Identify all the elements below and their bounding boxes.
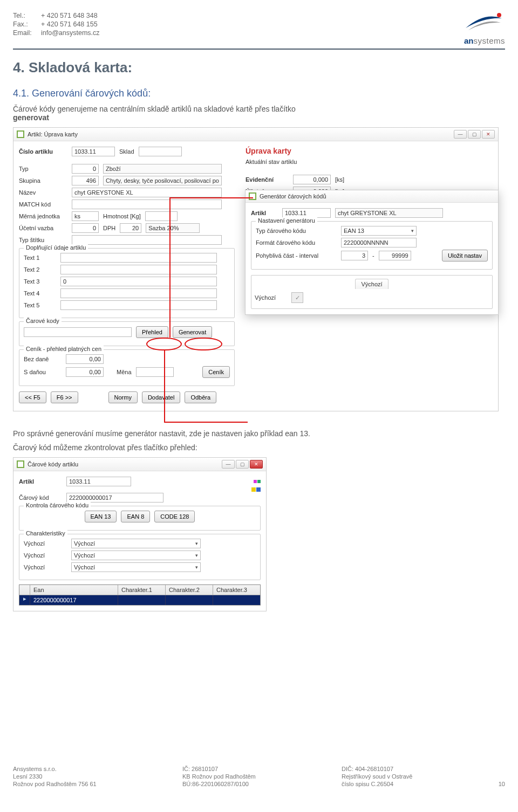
lbl-sdanou: S daňou xyxy=(24,369,62,375)
ean8-button[interactable]: EAN 8 xyxy=(121,511,150,522)
lbl-typ: Typ xyxy=(19,166,67,172)
kody-artikl-input[interactable] xyxy=(66,477,131,486)
brand-text: ansystems xyxy=(463,36,505,45)
footer-c3b: Rejstříkový soud v Ostravě xyxy=(342,773,412,780)
callout-prehled-circle xyxy=(146,338,182,350)
text5-input[interactable] xyxy=(60,300,217,310)
legend-cenik: Ceník - přehled platných cen xyxy=(24,346,104,352)
normy-button[interactable]: Normy xyxy=(108,391,138,403)
gen-lbl-format: Formát čárového kódu xyxy=(256,239,337,246)
callout-line-horz1 xyxy=(169,197,253,198)
mid-para1: Pro správné generování musíme generátor … xyxy=(13,429,505,438)
gen-typ-combo[interactable]: EAN 13▾ xyxy=(341,226,417,236)
gen-vychozi-check[interactable]: ✓ xyxy=(291,292,303,303)
kody-v3-value: Výchozí xyxy=(74,564,95,570)
gen-artikl-text xyxy=(335,208,443,218)
footer-c2c: BÚ:86-2201060287/0100 xyxy=(182,781,256,787)
kody-combo-v3[interactable]: Výchozí▾ xyxy=(71,562,201,572)
code128-button[interactable]: CODE 128 xyxy=(154,511,195,522)
match-input[interactable] xyxy=(72,199,222,209)
gen-int-from[interactable] xyxy=(341,251,368,260)
gen-typ-value: EAN 13 xyxy=(344,228,364,234)
nazev-input[interactable] xyxy=(72,188,222,197)
dph-text xyxy=(146,223,200,233)
bezdane-input[interactable] xyxy=(66,354,104,364)
mena-input[interactable] xyxy=(136,367,174,377)
cislo-artiklu-input[interactable] xyxy=(72,147,115,156)
lbl-stitek: Typ štítku xyxy=(19,237,67,243)
f5-button[interactable]: << F5 xyxy=(19,391,46,403)
stitek-input[interactable] xyxy=(72,235,222,245)
gen-lbl-artikl: Artikl xyxy=(251,210,278,216)
intro-text: Čárové kódy generujeme na centrálním skl… xyxy=(13,105,296,113)
kody-combo-v2[interactable]: Výchozí▾ xyxy=(71,550,201,560)
uv-input[interactable] xyxy=(72,223,99,233)
ean13-button[interactable]: EAN 13 xyxy=(85,511,117,522)
dodavatel-button[interactable]: Dodavatel xyxy=(142,391,181,403)
minimize-button[interactable]: — xyxy=(454,130,467,139)
sklad-input[interactable] xyxy=(139,147,182,156)
maximize-button[interactable]: ▢ xyxy=(468,130,481,139)
kody-legend-kontrola: Kontrola čárového kódu xyxy=(24,502,91,508)
barcode-list-window: Čárové kódy artiklu — ▢ ✕ Artikl Čárový … xyxy=(13,457,267,611)
kody-kod-input[interactable] xyxy=(66,493,163,503)
text2-input[interactable] xyxy=(60,265,217,274)
svg-rect-6 xyxy=(18,462,23,467)
uloz-nastav-button[interactable]: Uložit nastav xyxy=(442,250,488,262)
lbl-text3: Text 3 xyxy=(24,278,56,285)
col-ean[interactable]: Ean xyxy=(30,585,118,595)
typ-input[interactable] xyxy=(72,164,99,174)
logo-swoosh-icon xyxy=(463,12,505,33)
text1-input[interactable] xyxy=(60,253,217,263)
text4-input[interactable] xyxy=(60,288,217,298)
gen-tab-vychozi[interactable]: Výchozí xyxy=(355,279,388,289)
footer-page: 10 xyxy=(499,781,505,787)
odbera-button[interactable]: Odběra xyxy=(185,391,216,403)
callout-line-vert2 xyxy=(164,350,165,422)
lbl-nazev: Název xyxy=(19,189,67,196)
maximize-button[interactable]: ▢ xyxy=(236,460,249,469)
gen-group-nastaveni: Nastavení generátoru Typ čárového kóduEA… xyxy=(251,221,493,270)
hmotnost-input[interactable] xyxy=(145,211,178,221)
generovat-button[interactable]: Generovat xyxy=(173,326,212,338)
generator-window: Generátor čárových kódů Artikl Nastavení… xyxy=(245,190,499,315)
app-icon xyxy=(17,130,24,138)
col-c1[interactable]: Charakter.1 xyxy=(118,585,166,595)
minimize-button[interactable]: — xyxy=(222,460,235,469)
mid-para2: Čarový kód můžeme zkontrolovat přes tlač… xyxy=(13,443,505,452)
svg-point-0 xyxy=(497,13,501,17)
intro-paragraph: Čárové kódy generujeme na centrálním skl… xyxy=(13,105,505,122)
table-row[interactable]: ▸ 2220000000017 xyxy=(19,595,260,605)
lbl-match: MATCH kód xyxy=(19,201,67,208)
lbl-evidencni: Evidenční xyxy=(246,176,289,183)
gen-legend-nastaveni: Nastavení generátoru xyxy=(256,217,317,224)
lbl-sklad: Sklad xyxy=(119,148,134,155)
dph-input[interactable] xyxy=(120,223,141,233)
kody-combo-v1[interactable]: Výchozí▾ xyxy=(71,539,201,548)
carove-input[interactable] xyxy=(24,327,132,337)
tel-value: + 420 571 648 348 xyxy=(41,12,100,19)
close-button[interactable]: ✕ xyxy=(250,460,263,469)
generator-titlebar: Generátor čárových kódů xyxy=(246,190,498,203)
text3-input[interactable] xyxy=(60,277,217,286)
mj-input[interactable] xyxy=(72,211,99,221)
row-indicator-icon: ▸ xyxy=(19,595,30,605)
gen-int-to[interactable] xyxy=(379,251,411,260)
cenik-button[interactable]: Ceník xyxy=(202,366,230,378)
kody-v2-value: Výchozí xyxy=(74,552,95,559)
lbl-mena: Měna xyxy=(117,369,132,375)
gen-format-input[interactable] xyxy=(341,238,417,247)
lbl-bezdane: Bez daně xyxy=(24,356,62,362)
footer-c2b: KB Rožnov pod Radhoštěm xyxy=(182,773,256,780)
prehled-button[interactable]: Přehled xyxy=(136,326,168,338)
sdanou-input[interactable] xyxy=(66,367,104,377)
close-button[interactable]: ✕ xyxy=(482,130,495,139)
f6-button[interactable]: F6 >> xyxy=(51,391,78,403)
gen-artikl-input[interactable] xyxy=(282,208,331,218)
artikl-window-title: Artikl: Úprava karty xyxy=(28,131,454,137)
col-c2[interactable]: Charakter.2 xyxy=(166,585,213,595)
col-c3[interactable]: Charakter.3 xyxy=(213,585,260,595)
group-doplnujici: Doplňující údaje artiklu Text 1 Text 2 T… xyxy=(19,248,235,318)
skupina-input[interactable] xyxy=(72,176,99,185)
kody-lbl-artikl: Artikl xyxy=(19,478,62,485)
